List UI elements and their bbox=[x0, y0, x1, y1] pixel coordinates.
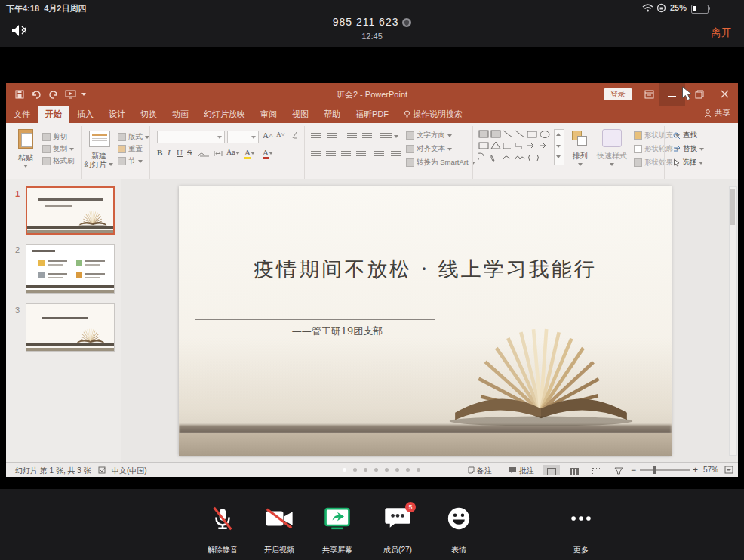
share-button[interactable]: 共享 bbox=[704, 108, 730, 118]
spellcheck-icon[interactable] bbox=[98, 466, 107, 475]
ribbon-display-options-icon[interactable] bbox=[644, 90, 654, 99]
fit-to-window-icon[interactable] bbox=[724, 466, 733, 474]
bullets-icon[interactable] bbox=[311, 133, 321, 140]
start-video-button[interactable]: 开启视频 bbox=[251, 506, 308, 534]
slide-thumbnail-1[interactable] bbox=[26, 186, 115, 235]
close-button[interactable] bbox=[712, 83, 738, 106]
numbering-icon[interactable] bbox=[327, 133, 337, 140]
tab-foxit-pdf[interactable]: 福昕PDF bbox=[348, 106, 396, 123]
replace-icon bbox=[673, 146, 681, 153]
slideshow-view-icon[interactable] bbox=[614, 467, 623, 475]
comments-button[interactable]: 批注 bbox=[509, 466, 534, 476]
tab-insert[interactable]: 插入 bbox=[69, 106, 101, 123]
decrease-indent-icon[interactable] bbox=[347, 133, 357, 140]
arrange-icon bbox=[572, 131, 589, 146]
tab-design[interactable]: 设计 bbox=[101, 106, 133, 123]
new-slide-label[interactable]: 新建幻灯片 bbox=[81, 152, 116, 168]
grow-font-button[interactable]: A˄ bbox=[263, 131, 273, 140]
ribbon-tab-row: 文件 开始 插入 设计 切换 动画 幻灯片放映 审阅 视图 帮助 福昕PDF 操… bbox=[6, 106, 738, 123]
shapes-gallery[interactable] bbox=[478, 129, 551, 164]
slide-canvas[interactable]: 疫情期间不放松 · 线上学习我能行 ——管工研19团支部 bbox=[179, 186, 672, 456]
strikethrough-button[interactable]: S bbox=[187, 148, 192, 157]
columns-icon[interactable] bbox=[374, 151, 384, 158]
zoom-out-button[interactable]: − bbox=[631, 465, 636, 475]
layout-button[interactable]: 版式 bbox=[118, 132, 149, 142]
select-button[interactable]: 选择 bbox=[673, 158, 703, 168]
shapes-gallery-scroll[interactable] bbox=[554, 129, 564, 165]
slide-thumbnail-3[interactable] bbox=[26, 303, 115, 352]
replace-button[interactable]: 替换 bbox=[673, 144, 704, 154]
zoom-slider-track[interactable] bbox=[640, 469, 690, 471]
thumb-number-3: 3 bbox=[15, 306, 20, 315]
shrink-font-button[interactable]: A˅ bbox=[276, 131, 285, 138]
underline-button[interactable]: U bbox=[177, 148, 183, 157]
bold-button[interactable]: B bbox=[157, 148, 162, 157]
tab-help[interactable]: 帮助 bbox=[316, 106, 348, 123]
members-button[interactable]: 5 成员(27) bbox=[369, 506, 426, 533]
cut-button[interactable]: 剪切 bbox=[42, 132, 67, 142]
align-left-icon[interactable] bbox=[311, 151, 321, 158]
arrange-button[interactable]: 排列 bbox=[566, 152, 595, 168]
paragraph-more-icon[interactable] bbox=[391, 151, 401, 158]
tab-home[interactable]: 开始 bbox=[38, 106, 69, 123]
paste-label[interactable]: 粘贴 bbox=[11, 153, 41, 170]
increase-indent-icon[interactable] bbox=[362, 133, 372, 140]
tab-slideshow[interactable]: 幻灯片放映 bbox=[196, 106, 253, 123]
clear-format-icon[interactable] bbox=[291, 131, 300, 140]
person-icon bbox=[704, 109, 712, 118]
font-size-select[interactable] bbox=[227, 131, 259, 143]
zoom-in-button[interactable]: + bbox=[693, 465, 698, 475]
reset-button[interactable]: 重置 bbox=[118, 144, 143, 154]
justify-icon[interactable] bbox=[356, 151, 366, 158]
copy-button[interactable]: 复制 bbox=[42, 144, 74, 154]
align-right-icon[interactable] bbox=[341, 151, 351, 158]
emoji-button[interactable]: 表情 bbox=[430, 506, 487, 534]
char-spacing-icon[interactable] bbox=[213, 149, 223, 158]
section-button[interactable]: 节 bbox=[118, 156, 143, 166]
highlight-button[interactable]: A bbox=[244, 148, 255, 157]
unmute-button[interactable]: 解除静音 bbox=[194, 506, 251, 534]
slide-thumbnail-2[interactable] bbox=[26, 244, 115, 294]
more-button[interactable]: 更多 bbox=[552, 506, 610, 534]
tab-file[interactable]: 文件 bbox=[6, 106, 38, 123]
line-spacing-icon[interactable] bbox=[380, 133, 392, 140]
text-direction-button[interactable]: 文字方向 bbox=[406, 131, 452, 140]
slide-title[interactable]: 疫情期间不放松 · 线上学习我能行 bbox=[179, 256, 672, 283]
open-book-image bbox=[428, 306, 654, 432]
tab-review[interactable]: 审阅 bbox=[253, 106, 284, 123]
zoom-percent[interactable]: 57% bbox=[703, 466, 718, 474]
new-slide-button[interactable] bbox=[89, 131, 110, 147]
italic-button[interactable]: I bbox=[168, 148, 171, 157]
smartart-button[interactable]: 转换为 SmartArt bbox=[406, 158, 475, 168]
font-name-select[interactable] bbox=[157, 131, 225, 143]
language-indicator[interactable]: 中文(中国) bbox=[112, 466, 147, 476]
align-center-icon[interactable] bbox=[326, 151, 336, 158]
notes-button[interactable]: 备注 bbox=[468, 466, 492, 476]
share-screen-button[interactable]: 共享屏幕 bbox=[309, 506, 366, 534]
find-button[interactable]: 查找 bbox=[673, 131, 697, 140]
zoom-slider-thumb[interactable] bbox=[653, 466, 656, 474]
slide-sorter-view-button[interactable] bbox=[566, 465, 583, 475]
align-text-button[interactable]: 对齐文本 bbox=[406, 144, 452, 154]
login-button[interactable]: 登录 bbox=[604, 88, 632, 100]
vertical-scrollbar[interactable] bbox=[729, 186, 737, 456]
slide-subtitle[interactable]: ——管工研19团支部 bbox=[224, 325, 450, 338]
meeting-id[interactable]: 985 211 623 bbox=[0, 16, 744, 28]
tab-view[interactable]: 视图 bbox=[284, 106, 316, 123]
text-shadow-icon[interactable] bbox=[198, 150, 210, 158]
tab-transitions[interactable]: 切换 bbox=[133, 106, 164, 123]
smiley-icon bbox=[446, 506, 472, 531]
reading-view-button[interactable] bbox=[589, 465, 605, 475]
paste-button[interactable] bbox=[17, 129, 35, 152]
wifi-icon bbox=[642, 4, 653, 12]
format-painter-button[interactable]: 格式刷 bbox=[42, 156, 75, 166]
quick-styles-icon bbox=[602, 129, 622, 147]
notes-icon bbox=[468, 466, 475, 474]
font-color-button[interactable]: A bbox=[263, 148, 273, 157]
normal-view-button[interactable] bbox=[543, 465, 560, 475]
tab-tell-me[interactable]: 操作说明搜索 bbox=[396, 106, 470, 123]
leave-meeting-button[interactable]: 离开 bbox=[711, 26, 732, 40]
change-case-button[interactable]: Aa bbox=[226, 148, 240, 156]
quick-styles-button[interactable]: 快速样式 bbox=[596, 152, 628, 168]
tab-animations[interactable]: 动画 bbox=[164, 106, 196, 123]
